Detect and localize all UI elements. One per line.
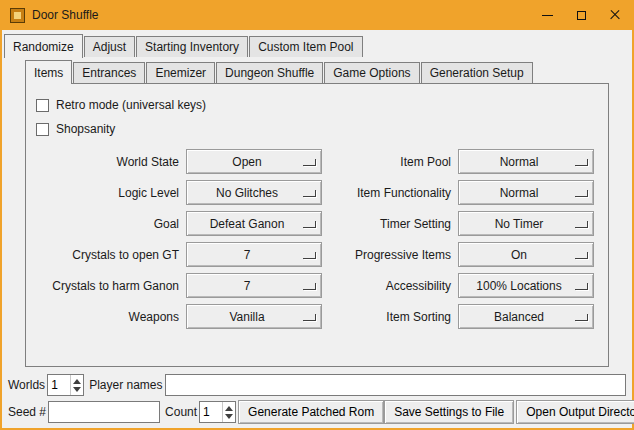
window-controls — [530, 0, 632, 30]
tab-entrances[interactable]: Entrances — [73, 62, 145, 83]
world-state-dropdown[interactable]: Open — [186, 149, 322, 174]
worlds-label: Worlds — [8, 378, 45, 392]
primary-tab-bar: Randomize Adjust Starting Inventory Cust… — [4, 33, 632, 57]
spin-up-icon[interactable] — [225, 406, 233, 411]
crystals-ganon-dropdown[interactable]: 7 — [186, 273, 322, 298]
progressive-items-label: Progressive Items — [322, 248, 458, 262]
weapons-label: Weapons — [30, 310, 186, 324]
bottom-controls: Worlds Player names Seed # Count — [8, 374, 627, 423]
items-pane: Retro mode (universal keys) Shopsanity W… — [25, 83, 609, 367]
goal-dropdown[interactable]: Defeat Ganon — [186, 211, 322, 236]
tab-starting-inventory[interactable]: Starting Inventory — [136, 36, 248, 57]
close-icon — [609, 9, 621, 21]
item-pool-dropdown[interactable]: Normal — [458, 149, 594, 174]
tab-generation-setup[interactable]: Generation Setup — [421, 62, 533, 83]
open-output-button[interactable]: Open Output Directory — [516, 400, 634, 424]
tab-items[interactable]: Items — [25, 60, 72, 84]
shopsanity-label: Shopsanity — [56, 122, 115, 136]
item-functionality-dropdown[interactable]: Normal — [458, 180, 594, 205]
window-title: Door Shuffle — [32, 8, 99, 22]
tab-adjust[interactable]: Adjust — [84, 36, 135, 57]
dropdown-indicator-icon — [575, 159, 588, 166]
shopsanity-checkbox[interactable] — [36, 123, 49, 136]
dropdown-indicator-icon — [303, 314, 316, 321]
weapons-dropdown[interactable]: Vanilla — [186, 304, 322, 329]
crystals-ganon-label: Crystals to harm Ganon — [30, 279, 186, 293]
dropdown-indicator-icon — [303, 283, 316, 290]
worlds-spinner[interactable] — [47, 374, 84, 396]
spin-down-icon[interactable] — [225, 414, 233, 419]
maximize-button[interactable] — [564, 0, 598, 30]
crystals-gt-label: Crystals to open GT — [30, 248, 186, 262]
randomize-notebook: Items Entrances Enemizer Dungeon Shuffle… — [25, 59, 609, 367]
progressive-items-dropdown[interactable]: On — [458, 242, 594, 267]
retro-mode-checkbox[interactable] — [36, 99, 49, 112]
world-state-label: World State — [30, 155, 186, 169]
options-grid: World State Open Item Pool Normal Logic … — [30, 146, 604, 332]
count-input[interactable] — [200, 402, 222, 422]
door-shuffle-window: Door Shuffle Randomize Adjust Starting I… — [0, 0, 634, 430]
item-functionality-label: Item Functionality — [322, 186, 458, 200]
spin-up-icon[interactable] — [73, 379, 81, 384]
count-label: Count — [165, 405, 197, 419]
dropdown-indicator-icon — [575, 190, 588, 197]
dropdown-indicator-icon — [575, 283, 588, 290]
player-names-input[interactable] — [165, 374, 627, 396]
dropdown-indicator-icon — [303, 221, 316, 228]
accessibility-label: Accessibility — [322, 279, 458, 293]
minimize-button[interactable] — [530, 0, 564, 30]
item-sorting-dropdown[interactable]: Balanced — [458, 304, 594, 329]
retro-mode-label: Retro mode (universal keys) — [56, 98, 206, 112]
item-pool-label: Item Pool — [322, 155, 458, 169]
app-icon — [10, 8, 25, 23]
tab-randomize[interactable]: Randomize — [4, 34, 83, 58]
dropdown-indicator-icon — [575, 314, 588, 321]
worlds-input[interactable] — [48, 375, 70, 395]
logic-level-label: Logic Level — [30, 186, 186, 200]
dropdown-indicator-icon — [575, 221, 588, 228]
generate-rom-button[interactable]: Generate Patched Rom — [238, 400, 384, 424]
maximize-icon — [577, 11, 586, 20]
count-spinner[interactable] — [199, 401, 236, 423]
seed-label: Seed # — [8, 405, 46, 419]
secondary-tab-bar: Items Entrances Enemizer Dungeon Shuffle… — [25, 59, 609, 83]
spin-down-icon[interactable] — [73, 387, 81, 392]
dropdown-indicator-icon — [303, 159, 316, 166]
close-button[interactable] — [598, 0, 632, 30]
player-names-label: Player names — [89, 378, 162, 392]
tab-game-options[interactable]: Game Options — [324, 62, 419, 83]
goal-label: Goal — [30, 217, 186, 231]
timer-setting-dropdown[interactable]: No Timer — [458, 211, 594, 236]
dropdown-indicator-icon — [575, 252, 588, 259]
crystals-gt-dropdown[interactable]: 7 — [186, 242, 322, 267]
worlds-row: Worlds Player names — [8, 374, 627, 396]
minimize-icon — [542, 15, 553, 16]
accessibility-dropdown[interactable]: 100% Locations — [458, 273, 594, 298]
seed-input[interactable] — [48, 401, 160, 423]
retro-mode-row[interactable]: Retro mode (universal keys) — [30, 93, 604, 117]
item-sorting-label: Item Sorting — [322, 310, 458, 324]
dropdown-indicator-icon — [303, 190, 316, 197]
count-spin-buttons — [222, 402, 235, 422]
dropdown-indicator-icon — [303, 252, 316, 259]
logic-level-dropdown[interactable]: No Glitches — [186, 180, 322, 205]
shopsanity-row[interactable]: Shopsanity — [30, 117, 604, 141]
tab-dungeon-shuffle[interactable]: Dungeon Shuffle — [216, 62, 323, 83]
timer-setting-label: Timer Setting — [322, 217, 458, 231]
titlebar[interactable]: Door Shuffle — [2, 0, 632, 30]
save-settings-button[interactable]: Save Settings to File — [384, 400, 514, 424]
worlds-spin-buttons — [70, 375, 83, 395]
tab-enemizer[interactable]: Enemizer — [146, 62, 215, 83]
tab-custom-item-pool[interactable]: Custom Item Pool — [249, 36, 362, 57]
seed-row: Seed # Count Generate Patched Rom Save S… — [8, 401, 627, 423]
